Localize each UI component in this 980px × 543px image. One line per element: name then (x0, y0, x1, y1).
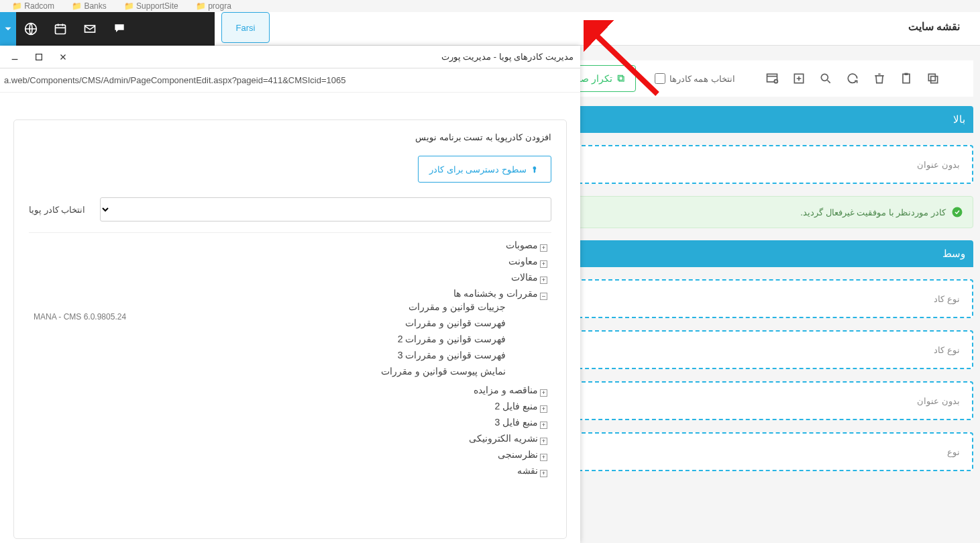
paste-icon[interactable] (897, 70, 915, 87)
select-all-label: انتخاب همه کادرها (669, 74, 735, 84)
tree-node[interactable]: مناقصه و مزایده (29, 382, 551, 398)
svg-rect-6 (905, 73, 908, 75)
window-close-icon[interactable] (55, 52, 71, 62)
svg-point-14 (952, 207, 963, 217)
svg-point-7 (821, 74, 828, 81)
bookmark-item[interactable]: 📁 Banks (72, 1, 107, 11)
bookmark-item[interactable]: 📁 Radcom (12, 1, 54, 11)
tree-node[interactable]: معاونت (29, 253, 551, 269)
folder-icon: 📁 (196, 1, 206, 11)
popup-titlebar: مدیریت کادرهای پویا - مدیریت پورت (0, 46, 580, 68)
popup-card-title: افزودن کادرپویا به تست برنامه نویس (29, 132, 551, 142)
tree-node[interactable]: مقررات و بخشنامه هاجزییات قوانین و مقررا… (29, 285, 551, 382)
cms-version: MANA - CMS 6.0.9805.24 (34, 312, 126, 322)
tree-view: مصوباتمعاونتمقالاتمقررات و بخشنامه هاجزی… (29, 232, 551, 526)
svg-rect-11 (619, 77, 624, 81)
svg-rect-5 (903, 74, 910, 83)
tab-bar: Farsi نقشه سایت (215, 12, 980, 46)
copy-icon[interactable] (924, 70, 942, 87)
svg-rect-3 (931, 77, 938, 83)
dynamic-box-label: انتخاب کادر پویا (29, 205, 85, 215)
svg-rect-17 (36, 54, 42, 60)
bookmark-bar: 📁 Radcom 📁 Banks 📁 SupportSite 📁 progra (0, 0, 231, 12)
calendar-icon[interactable] (46, 12, 75, 46)
search-icon[interactable] (817, 70, 834, 87)
svg-rect-1 (56, 25, 66, 34)
folder-icon: 📁 (12, 1, 22, 11)
add-panel-icon[interactable] (763, 70, 781, 87)
tree-node[interactable]: نشریه الکترونیکی (29, 430, 551, 446)
delete-icon[interactable] (871, 70, 888, 87)
popup-window: مدیریت کادرهای پویا - مدیریت پورت a.web/… (0, 46, 580, 543)
tree-node[interactable]: فهرست قوانین و مقررات 3 (29, 347, 519, 363)
window-minimize-icon[interactable] (7, 52, 23, 62)
mail-icon[interactable] (75, 12, 105, 46)
svg-rect-4 (928, 74, 935, 81)
folder-icon: 📁 (124, 1, 134, 11)
chat-icon[interactable] (105, 12, 134, 46)
svg-rect-12 (618, 75, 622, 80)
tree-node[interactable]: نظرسنجی (29, 446, 551, 462)
bookmark-item[interactable]: 📁 SupportSite (124, 1, 178, 11)
dark-nav (0, 12, 215, 46)
tree-node[interactable]: مقالات (29, 269, 551, 285)
access-levels-button[interactable]: سطوح دسترسی برای کادر (418, 156, 551, 183)
lang-tab-farsi[interactable]: Farsi (221, 12, 270, 43)
box-untitled: بدون عنوان (917, 160, 960, 170)
color-dropdown[interactable] (0, 12, 16, 46)
folder-icon: 📁 (72, 1, 82, 11)
tree-node[interactable]: منبع فایل 2 (29, 398, 551, 414)
popup-address: a.web/Components/CMS/Admin/PageComponent… (0, 68, 580, 93)
globe-icon[interactable] (16, 12, 46, 46)
window-maximize-icon[interactable] (31, 52, 47, 62)
dynamic-box-select[interactable] (100, 197, 551, 221)
sitemap-tab[interactable]: نقشه سایت (908, 20, 960, 33)
tree-node[interactable]: نقشه (29, 462, 551, 479)
tree-node[interactable]: فهرست قوانین و مقررات 2 (29, 331, 519, 347)
tree-node[interactable]: مصوبات (29, 237, 551, 253)
tree-node[interactable]: منبع فایل 3 (29, 414, 551, 430)
bookmark-item[interactable]: 📁 progra (196, 1, 231, 11)
refresh-icon[interactable] (844, 70, 861, 87)
tree-node[interactable]: نمایش پیوست قوانین و مقررات (29, 363, 519, 379)
add-icon[interactable] (790, 70, 808, 87)
select-all-checkbox[interactable] (655, 73, 665, 84)
